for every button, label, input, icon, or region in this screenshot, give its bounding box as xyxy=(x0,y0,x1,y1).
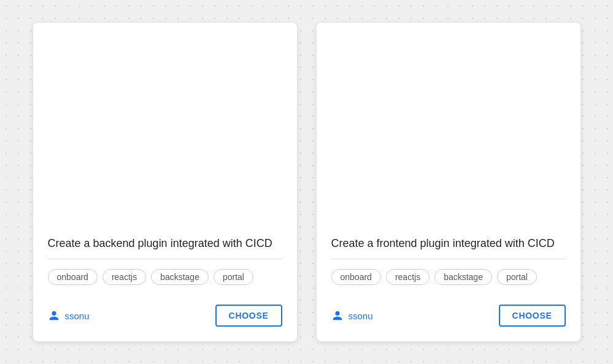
user-icon-2 xyxy=(331,309,344,322)
card-frontend-username: ssonu xyxy=(349,311,373,321)
tag-backstage-1: backstage xyxy=(151,269,209,285)
card-frontend-tags: onboard reactjs backstage portal xyxy=(331,269,566,285)
card-backend-title: Create a backend plugin integrated with … xyxy=(48,237,282,250)
card-backend-footer: ssonu CHOOSE xyxy=(48,295,282,327)
card-backend-user: ssonu xyxy=(48,309,90,322)
card-backend-username: ssonu xyxy=(65,311,90,321)
card-frontend-body: Create a frontend plugin integrated with… xyxy=(331,37,566,295)
card-frontend-choose-button[interactable]: CHOOSE xyxy=(499,305,566,327)
card-backend-tags: onboard reactjs backstage portal xyxy=(48,269,282,285)
card-backend-divider xyxy=(48,259,282,259)
tag-portal-2: portal xyxy=(497,269,537,285)
tag-portal-1: portal xyxy=(214,269,253,285)
card-backend: Create a backend plugin integrated with … xyxy=(33,23,297,341)
tag-backstage-2: backstage xyxy=(434,269,492,285)
card-frontend-user: ssonu xyxy=(331,309,373,322)
user-icon-1 xyxy=(48,309,60,322)
card-frontend-divider xyxy=(331,259,566,259)
card-frontend: Create a frontend plugin integrated with… xyxy=(317,23,580,341)
tag-onboard-2: onboard xyxy=(331,269,381,285)
card-backend-body: Create a backend plugin integrated with … xyxy=(48,37,282,295)
tag-reactjs-1: reactjs xyxy=(102,269,146,285)
card-frontend-title: Create a frontend plugin integrated with… xyxy=(331,237,566,250)
tag-reactjs-2: reactjs xyxy=(386,269,430,285)
card-frontend-footer: ssonu CHOOSE xyxy=(331,295,566,327)
card-backend-choose-button[interactable]: CHOOSE xyxy=(215,305,282,327)
tag-onboard-1: onboard xyxy=(48,269,98,285)
